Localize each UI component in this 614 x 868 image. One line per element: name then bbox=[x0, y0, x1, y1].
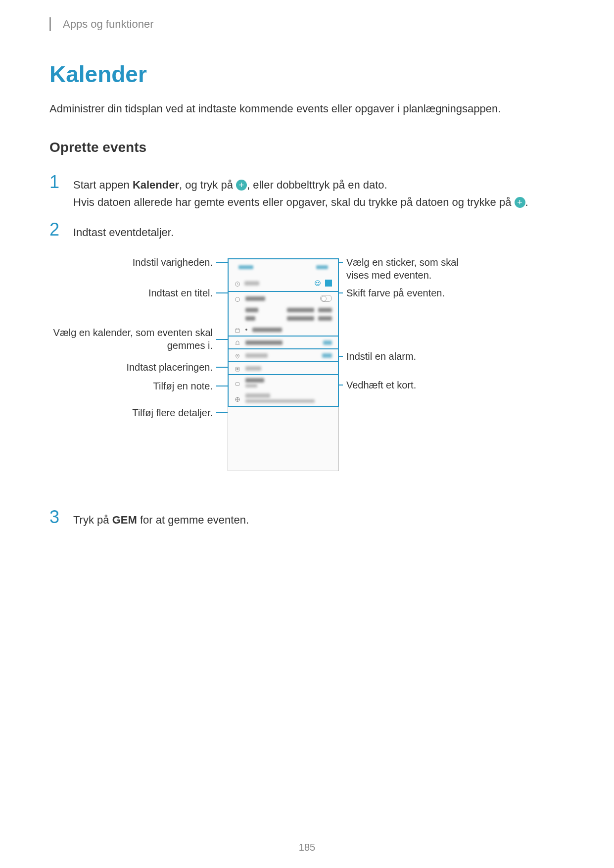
alarm-row bbox=[228, 337, 339, 349]
step-2: 2 Indtast eventdetaljer. bbox=[49, 221, 565, 241]
end-time-row bbox=[229, 315, 338, 324]
annotated-screenshot-diagram: Indstil varigheden. Indtast en titel. Væ… bbox=[49, 251, 565, 488]
text-bold: Kalender bbox=[133, 179, 179, 191]
callout-more: Tilføj flere detaljer. bbox=[49, 406, 213, 419]
repeat-icon bbox=[235, 380, 240, 386]
step-content: Indtast eventdetaljer. bbox=[73, 221, 565, 241]
step-1: 1 Start appen Kalender, og tryk på +, el… bbox=[49, 173, 565, 211]
all-day-row bbox=[229, 292, 338, 305]
location-placeholder-blurred bbox=[245, 353, 268, 358]
sticker-icon bbox=[314, 280, 321, 287]
start-label-blurred bbox=[245, 308, 258, 312]
text: Start appen bbox=[73, 179, 133, 191]
callout-location: Indtast placeringen. bbox=[49, 361, 213, 374]
location-pin-icon bbox=[235, 352, 240, 358]
callout-title: Indtast en titel. bbox=[49, 287, 213, 299]
calendar-name-blurred bbox=[252, 328, 282, 332]
time-icon bbox=[235, 295, 240, 301]
svg-point-2 bbox=[317, 283, 317, 283]
alarm-action-blurred bbox=[323, 340, 332, 345]
text: . bbox=[525, 196, 528, 208]
phone-header-bar bbox=[228, 258, 339, 275]
svg-point-1 bbox=[315, 281, 321, 286]
save-label-blurred bbox=[316, 265, 328, 269]
time-blurred bbox=[318, 316, 332, 321]
text: Hvis datoen allerede har gemte events el… bbox=[73, 196, 515, 208]
phone-screenshot bbox=[228, 258, 339, 471]
clock-icon bbox=[235, 280, 240, 286]
repeat-row bbox=[229, 375, 338, 390]
all-day-toggle bbox=[320, 295, 332, 302]
svg-point-6 bbox=[237, 355, 238, 356]
callout-color: Skift farve på eventen. bbox=[346, 287, 475, 299]
text: for at gemme eventen. bbox=[137, 514, 249, 526]
repeat-label-blurred bbox=[245, 378, 264, 383]
step-number: 3 bbox=[49, 508, 73, 526]
color-swatch-icon bbox=[325, 280, 332, 287]
plus-icon: + bbox=[236, 180, 247, 191]
svg-point-3 bbox=[318, 283, 319, 283]
svg-rect-5 bbox=[236, 329, 239, 333]
callout-calendar: Vælg en kalender, som eventen skal gemme… bbox=[49, 326, 213, 352]
page-number: 185 bbox=[299, 842, 315, 853]
event-title-row bbox=[228, 275, 339, 292]
section-heading: Oprette events bbox=[49, 140, 565, 155]
callout-alarm: Indstil en alarm. bbox=[346, 350, 475, 363]
text-bold: GEM bbox=[112, 514, 137, 526]
plus-icon: + bbox=[515, 197, 525, 208]
step-content: Tryk på GEM for at gemme eventen. bbox=[73, 508, 565, 529]
header-breadcrumb: Apps og funktioner bbox=[63, 18, 153, 31]
bell-icon bbox=[235, 339, 240, 345]
svg-point-4 bbox=[236, 297, 240, 302]
date-blurred bbox=[287, 308, 314, 312]
step-number: 1 bbox=[49, 173, 73, 191]
step-number: 2 bbox=[49, 221, 73, 239]
title-placeholder-blurred bbox=[244, 281, 259, 286]
date-blurred bbox=[287, 316, 314, 321]
note-row bbox=[228, 362, 339, 375]
note-placeholder-blurred bbox=[245, 366, 261, 371]
alarm-label-blurred bbox=[245, 340, 283, 345]
page-title: Kalender bbox=[49, 61, 565, 88]
step-content: Start appen Kalender, og tryk på +, elle… bbox=[73, 173, 565, 211]
page-header: Apps og funktioner bbox=[49, 17, 565, 31]
intro-paragraph: Administrer din tidsplan ved at indtaste… bbox=[49, 101, 565, 117]
time-blurred bbox=[318, 308, 332, 312]
timezone-row bbox=[229, 390, 338, 406]
timezone-value-blurred bbox=[245, 399, 315, 403]
calendar-select-row bbox=[228, 324, 339, 337]
globe-icon bbox=[235, 395, 240, 401]
header-divider bbox=[49, 17, 51, 31]
callout-map: Vedhæft et kort. bbox=[346, 379, 475, 391]
svg-rect-8 bbox=[236, 383, 239, 386]
text: Tryk på bbox=[73, 514, 112, 526]
cancel-label-blurred bbox=[238, 265, 253, 269]
text: , eller dobbelttryk på en dato. bbox=[247, 179, 387, 191]
note-icon bbox=[235, 365, 240, 371]
end-label-blurred bbox=[245, 316, 255, 321]
text: , og tryk på bbox=[179, 179, 236, 191]
timezone-label-blurred bbox=[245, 393, 270, 398]
dot-icon bbox=[245, 329, 247, 331]
step-3: 3 Tryk på GEM for at gemme eventen. bbox=[49, 508, 565, 529]
callout-note: Tilføj en note. bbox=[49, 380, 213, 392]
callout-duration: Indstil varigheden. bbox=[49, 256, 213, 269]
callout-sticker: Vælg en sticker, som skal vises med even… bbox=[346, 256, 475, 282]
map-action-blurred bbox=[322, 353, 332, 358]
location-row bbox=[228, 349, 339, 362]
all-day-label-blurred bbox=[245, 296, 265, 301]
repeat-value-blurred bbox=[245, 384, 257, 387]
start-time-row bbox=[229, 305, 338, 315]
calendar-icon bbox=[235, 327, 240, 333]
